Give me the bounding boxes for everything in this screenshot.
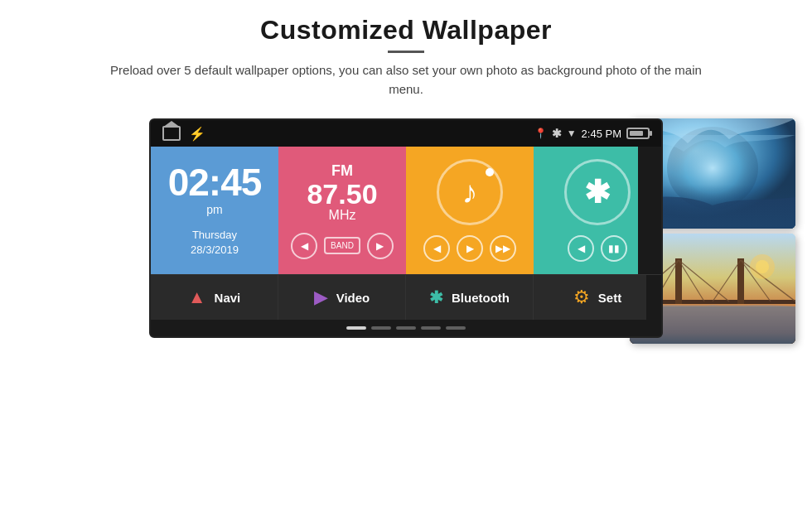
- nav-tile-navi[interactable]: ▲ Navi: [151, 275, 278, 320]
- usb-icon: ⚡: [189, 126, 205, 142]
- fm-next-button[interactable]: ▶: [367, 233, 394, 259]
- svg-point-15: [756, 260, 769, 273]
- clock-date: Thursday 28/3/2019: [191, 228, 239, 258]
- fm-controls: ◀ BAND ▶: [291, 233, 394, 259]
- nav-tile-settings[interactable]: ⚙ Sett: [534, 275, 661, 320]
- dot-indicators: [151, 320, 661, 336]
- status-left: ⚡: [162, 126, 205, 142]
- clock-time: 02:45: [168, 163, 262, 201]
- music-controls: ◀ ▶ ▶▶: [423, 235, 516, 262]
- location-icon: 📍: [534, 128, 547, 139]
- fm-unit: MHz: [329, 208, 356, 223]
- dot-1[interactable]: [346, 326, 366, 330]
- page-header: Customized Wallpaper Preload over 5 defa…: [58, 0, 754, 105]
- dot-2[interactable]: [371, 326, 391, 330]
- tile-music[interactable]: ♪ ◀ ▶ ▶▶: [406, 147, 534, 274]
- bt-pause-button[interactable]: ▮▮: [601, 235, 627, 262]
- svg-rect-5: [675, 258, 682, 304]
- bt-nav-icon: ✱: [429, 287, 443, 307]
- navi-icon: ▲: [188, 287, 206, 308]
- settings-edge-mask: [646, 275, 661, 320]
- music-dot: [486, 168, 494, 176]
- status-right: 📍 ✱ ▼ 2:45 PM: [534, 127, 650, 140]
- car-screen: ⚡ 📍 ✱ ▼ 2:45 PM 02:45: [149, 118, 663, 338]
- bluetooth-status-icon: ✱: [552, 127, 562, 140]
- page-title: Customized Wallpaper: [108, 15, 704, 46]
- tile-edge-mask: [638, 147, 661, 274]
- clock-ampm: pm: [206, 203, 222, 216]
- dot-4[interactable]: [421, 326, 441, 330]
- bottom-nav: ▲ Navi ▶ Video ✱ Bluetooth ⚙ Sett: [151, 274, 661, 320]
- status-time: 2:45 PM: [582, 128, 621, 140]
- car-screen-wrapper: ⚡ 📍 ✱ ▼ 2:45 PM 02:45: [149, 118, 663, 338]
- fm-frequency: 87.50: [307, 180, 377, 208]
- app-grid: 02:45 pm Thursday 28/3/2019 FM 87.50 MHz…: [151, 147, 661, 274]
- svg-rect-6: [737, 258, 744, 304]
- music-prev-button[interactable]: ◀: [423, 235, 450, 262]
- bt-prev-button[interactable]: ◀: [568, 235, 594, 262]
- main-content: ⚡ 📍 ✱ ▼ 2:45 PM 02:45: [0, 118, 812, 338]
- music-icon-circle: ♪: [437, 159, 503, 225]
- dot-5[interactable]: [446, 326, 466, 330]
- bluetooth-tile-icon: ✱: [584, 174, 611, 210]
- music-next-button[interactable]: ▶▶: [490, 235, 516, 262]
- bt-icon-circle: ✱: [564, 159, 631, 225]
- bt-controls: ◀ ▮▮: [568, 235, 627, 262]
- fm-prev-button[interactable]: ◀: [291, 233, 317, 259]
- video-label: Video: [336, 291, 370, 305]
- tile-clock[interactable]: 02:45 pm Thursday 28/3/2019: [151, 147, 278, 274]
- settings-icon: ⚙: [573, 287, 590, 308]
- navi-label: Navi: [215, 291, 241, 305]
- settings-label: Sett: [598, 291, 621, 305]
- home-icon: [162, 126, 181, 141]
- bluetooth-label: Bluetooth: [452, 291, 510, 305]
- video-icon: ▶: [314, 287, 328, 308]
- status-bar: ⚡ 📍 ✱ ▼ 2:45 PM: [151, 120, 661, 147]
- dot-3[interactable]: [396, 326, 416, 330]
- fm-band-button[interactable]: BAND: [324, 237, 360, 254]
- page-subtitle: Preload over 5 default wallpaper options…: [108, 61, 704, 99]
- fm-label: FM: [331, 162, 353, 180]
- music-play-button[interactable]: ▶: [457, 235, 483, 262]
- tile-fm[interactable]: FM 87.50 MHz ◀ BAND ▶: [278, 147, 406, 274]
- wifi-icon: ▼: [567, 128, 577, 139]
- music-note-icon: ♪: [462, 175, 478, 210]
- nav-tile-video[interactable]: ▶ Video: [278, 275, 406, 320]
- tile-bluetooth[interactable]: ✱ ◀ ▮▮: [534, 147, 661, 274]
- title-divider: [388, 51, 424, 53]
- nav-tile-bluetooth[interactable]: ✱ Bluetooth: [406, 275, 534, 320]
- battery-icon: [626, 128, 650, 139]
